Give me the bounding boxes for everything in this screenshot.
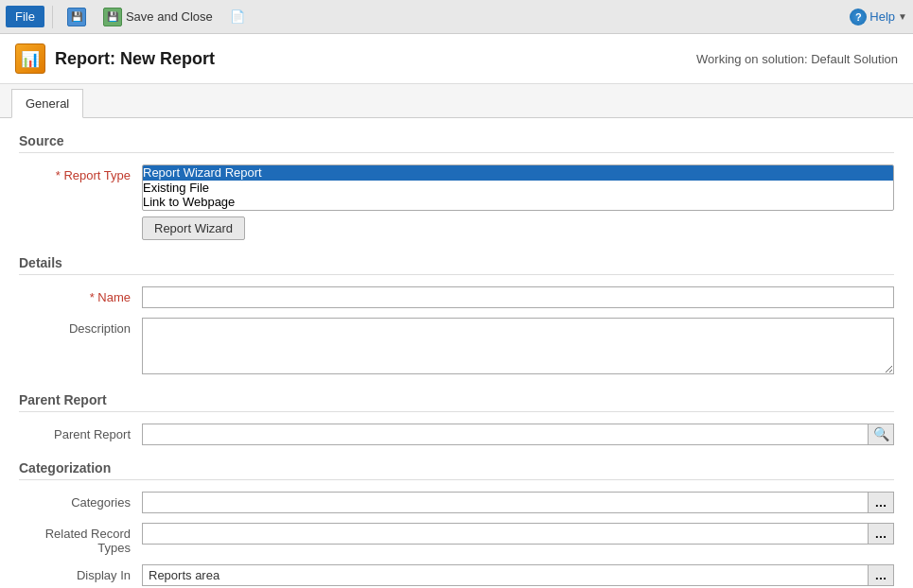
categories-control: … (142, 492, 894, 513)
report-type-row: Report Type Report Wizard Report Existin… (19, 164, 894, 240)
report-type-option-file[interactable]: Existing File (143, 181, 893, 196)
related-record-types-input[interactable] (142, 523, 868, 545)
parent-report-control: 🔍 (142, 424, 894, 445)
display-in-input-row: Reports area … (142, 564, 894, 586)
parent-report-lookup: 🔍 (142, 424, 894, 445)
file-button[interactable]: File (6, 6, 44, 27)
display-in-text: Reports area (142, 564, 868, 586)
parent-report-label: Parent Report (19, 424, 142, 441)
parent-report-row: Parent Report 🔍 (19, 424, 894, 445)
report-icon: 📊 (15, 43, 45, 74)
report-type-label: Report Type (19, 164, 142, 182)
help-label: Help (869, 9, 895, 24)
help-icon: ? (850, 9, 867, 26)
parent-report-input[interactable] (142, 424, 868, 445)
source-section-header: Source (19, 133, 894, 153)
categories-row: Categories … (19, 492, 894, 513)
details-section-header: Details (19, 255, 894, 275)
description-row: Description (19, 318, 894, 377)
categories-input-row: … (142, 492, 894, 513)
categories-button[interactable]: … (868, 492, 894, 513)
related-record-types-input-row: … (142, 523, 894, 545)
name-row: Name (19, 286, 894, 308)
save-button[interactable]: 💾 (61, 5, 93, 29)
related-record-types-ellipsis-icon: … (875, 527, 887, 541)
display-in-ellipsis-icon: … (875, 568, 887, 582)
categories-label: Categories (19, 492, 142, 510)
categories-input[interactable] (142, 492, 868, 513)
tab-general[interactable]: General (11, 89, 83, 118)
save-icon: 💾 (67, 8, 86, 26)
solution-info: Working on solution: Default Solution (696, 52, 898, 66)
categorization-section-header: Categorization (19, 460, 894, 480)
tabs-bar: General (0, 84, 913, 118)
page-title-area: 📊 Report: New Report (15, 43, 215, 74)
page-title: Report: New Report (55, 49, 215, 69)
save-close-button[interactable]: 💾 Save and Close (97, 5, 219, 29)
related-record-types-row: Related Record Types … (19, 523, 894, 555)
toolbar-separator-1 (52, 6, 53, 28)
display-in-button[interactable]: … (868, 564, 894, 586)
report-type-listbox[interactable]: Report Wizard Report Existing File Link … (142, 164, 894, 211)
help-button[interactable]: ? Help ▼ (850, 9, 907, 26)
save-close-icon: 💾 (103, 8, 122, 26)
categories-ellipsis-icon: … (875, 495, 887, 510)
name-input[interactable] (142, 286, 894, 308)
display-in-label: Display In (19, 564, 142, 582)
display-in-control: Reports area … (142, 564, 894, 586)
tab-general-label: General (26, 96, 69, 111)
related-record-types-control: … (142, 523, 894, 545)
related-record-types-button[interactable]: … (868, 523, 894, 545)
name-control (142, 286, 894, 308)
save-close-label: Save and Close (126, 9, 213, 24)
description-control (142, 318, 894, 377)
display-in-row: Display In Reports area … (19, 564, 894, 586)
name-label: Name (19, 286, 142, 304)
chevron-down-icon: ▼ (898, 11, 907, 22)
report-type-option-webpage[interactable]: Link to Webpage (143, 195, 893, 210)
parent-report-lookup-button[interactable]: 🔍 (868, 424, 894, 445)
form-content: Source Report Type Report Wizard Report … (0, 118, 913, 588)
toolbar: File 💾 💾 Save and Close 📄 ? Help ▼ (0, 0, 913, 34)
description-textarea[interactable] (142, 318, 894, 374)
page-header: 📊 Report: New Report Working on solution… (0, 34, 913, 84)
lookup-icon: 🔍 (873, 426, 889, 441)
report-wizard-button[interactable]: Report Wizard (142, 216, 245, 240)
report-type-control: Report Wizard Report Existing File Link … (142, 164, 894, 240)
description-label: Description (19, 318, 142, 336)
new-button[interactable]: 📄 (223, 7, 252, 26)
related-record-types-label: Related Record Types (19, 523, 142, 555)
parent-report-section-header: Parent Report (19, 392, 894, 412)
new-icon: 📄 (230, 9, 245, 24)
report-type-option-wizard[interactable]: Report Wizard Report (143, 165, 893, 181)
